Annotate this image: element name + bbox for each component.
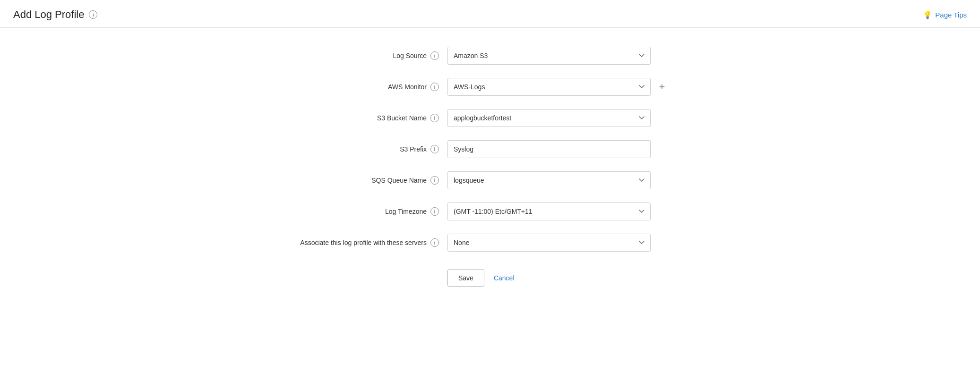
log-source-label-area: Log Source i (277, 51, 447, 60)
bulb-icon: 💡 (923, 10, 932, 19)
associate-servers-control: None Server 1 Server 2 (447, 234, 703, 252)
log-timezone-label-area: Log Timezone i (277, 207, 447, 216)
s3-bucket-name-label-area: S3 Bucket Name i (277, 114, 447, 122)
sqs-queue-name-label-area: SQS Queue Name i (277, 176, 447, 185)
sqs-queue-name-row: SQS Queue Name i logsqueue testqueue pro… (277, 171, 703, 189)
aws-monitor-add-button[interactable]: + (655, 80, 669, 93)
save-button[interactable]: Save (447, 270, 484, 287)
aws-monitor-label: AWS Monitor (388, 83, 427, 91)
s3-prefix-label-area: S3 Prefix i (277, 145, 447, 153)
log-source-label: Log Source (393, 52, 427, 59)
sqs-queue-name-select[interactable]: logsqueue testqueue prodqueue (447, 171, 651, 189)
log-timezone-info-icon[interactable]: i (430, 207, 439, 216)
s3-prefix-row: S3 Prefix i (277, 140, 703, 158)
sqs-queue-name-label: SQS Queue Name (371, 177, 427, 184)
aws-monitor-control: AWS-Logs AWS-CloudTrail AWS-VPC + (447, 78, 703, 96)
cancel-button[interactable]: Cancel (492, 270, 516, 286)
s3-prefix-input[interactable] (447, 140, 651, 158)
log-timezone-control: (GMT -11:00) Etc/GMT+11 (GMT +00:00) UTC… (447, 202, 703, 220)
log-timezone-row: Log Timezone i (GMT -11:00) Etc/GMT+11 (… (277, 202, 703, 220)
s3-bucket-name-label: S3 Bucket Name (377, 114, 427, 122)
page-title-info-icon[interactable]: i (89, 10, 97, 19)
associate-servers-info-icon[interactable]: i (430, 238, 439, 247)
log-timezone-label: Log Timezone (385, 208, 427, 215)
s3-prefix-control (447, 140, 703, 158)
page-title: Add Log Profile (13, 8, 84, 21)
associate-servers-select[interactable]: None Server 1 Server 2 (447, 234, 651, 252)
form-container: Log Source i Amazon S3 Syslog Microsoft … (0, 28, 980, 305)
log-source-select[interactable]: Amazon S3 Syslog Microsoft Azure Google … (447, 47, 651, 65)
s3-bucket-name-info-icon[interactable]: i (430, 114, 439, 122)
sqs-queue-name-info-icon[interactable]: i (430, 176, 439, 185)
log-source-control: Amazon S3 Syslog Microsoft Azure Google … (447, 47, 703, 65)
aws-monitor-row: AWS Monitor i AWS-Logs AWS-CloudTrail AW… (277, 78, 703, 96)
associate-servers-label: Associate this log profile with these se… (300, 239, 427, 246)
form-actions: Save Cancel (277, 270, 703, 287)
page-header: Add Log Profile i 💡 Page Tips (0, 0, 980, 28)
s3-bucket-name-row: S3 Bucket Name i applogbucketfortest myb… (277, 109, 703, 127)
page-tips-link[interactable]: 💡 Page Tips (923, 10, 967, 19)
log-source-info-icon[interactable]: i (430, 51, 439, 60)
s3-bucket-name-control: applogbucketfortest mybucket testbucket (447, 109, 703, 127)
page-tips-label: Page Tips (935, 11, 967, 19)
page-title-area: Add Log Profile i (13, 8, 97, 21)
aws-monitor-info-icon[interactable]: i (430, 83, 439, 91)
s3-prefix-info-icon[interactable]: i (430, 145, 439, 153)
aws-monitor-label-area: AWS Monitor i (277, 83, 447, 91)
associate-servers-label-area: Associate this log profile with these se… (277, 238, 447, 247)
log-source-row: Log Source i Amazon S3 Syslog Microsoft … (277, 47, 703, 65)
associate-servers-row: Associate this log profile with these se… (277, 234, 703, 252)
aws-monitor-select[interactable]: AWS-Logs AWS-CloudTrail AWS-VPC (447, 78, 651, 96)
s3-bucket-name-select[interactable]: applogbucketfortest mybucket testbucket (447, 109, 651, 127)
log-timezone-select[interactable]: (GMT -11:00) Etc/GMT+11 (GMT +00:00) UTC… (447, 202, 651, 220)
sqs-queue-name-control: logsqueue testqueue prodqueue (447, 171, 703, 189)
s3-prefix-label: S3 Prefix (400, 145, 427, 153)
